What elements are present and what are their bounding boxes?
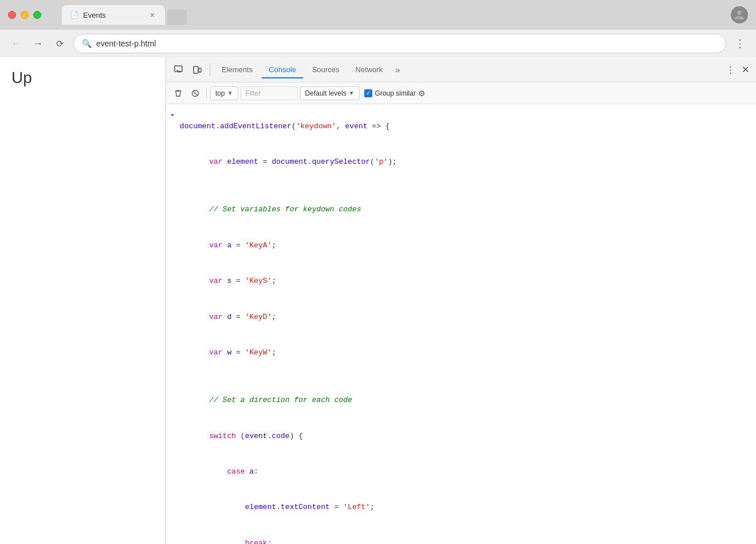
comment-line-1: // Set variables for keydown codes — [171, 192, 751, 228]
tab-favicon-icon: 📄 — [70, 11, 78, 19]
code-line-8-text: var w = 'KeyW'; — [171, 335, 751, 370]
group-similar-area: ✓ Group similar — [364, 89, 416, 97]
log-levels-label: Default levels — [305, 89, 346, 97]
device-toolbar-icon[interactable] — [189, 62, 205, 78]
devtools-options-button[interactable]: ⋮ — [724, 62, 737, 77]
code-break-1-text: break; — [171, 526, 751, 544]
devtools-toolbar: Elements Console Sources Network » ⋮ ✕ — [166, 57, 756, 82]
block-request-button[interactable] — [188, 86, 203, 101]
profile-icon[interactable] — [731, 6, 748, 23]
code-line-7: var d = 'KeyD'; — [166, 299, 756, 335]
console-output: ▸ document.addEventListener('keydown', e… — [166, 104, 756, 544]
console-expand-arrow[interactable]: ▸ — [171, 109, 175, 121]
inspector-icon[interactable] — [171, 62, 187, 78]
code-line-2-wrap: var element = document.querySelector('p'… — [166, 144, 756, 180]
viewport-text: Up — [11, 69, 32, 87]
log-levels-selector[interactable]: Default levels ▼ — [300, 86, 360, 100]
context-selector-arrow: ▼ — [227, 90, 233, 96]
code-break-1: break; — [166, 526, 756, 544]
console-settings-button[interactable]: ⚙ — [418, 89, 426, 98]
code-textcontent-left-text: element.textContent = 'Left'; — [171, 490, 751, 526]
clear-console-button[interactable] — [171, 86, 186, 101]
code-line-8: var w = 'KeyW'; — [166, 335, 756, 370]
svg-rect-1 — [194, 66, 198, 73]
code-line-comment-2: // Set a direction for each code — [166, 383, 756, 418]
code-case-a: case a: — [166, 454, 756, 490]
code-line-6: var s = 'KeyS'; — [166, 263, 756, 299]
blank-line-2 — [171, 371, 751, 383]
url-bar[interactable]: 🔍 event-test-p.html — [73, 34, 726, 53]
main-area: Up Elements Console Sources Network — [0, 57, 756, 544]
back-button[interactable]: ← — [8, 36, 24, 52]
refresh-button[interactable]: ⟳ — [52, 36, 68, 52]
code-line-7-text: var d = 'KeyD'; — [171, 299, 751, 335]
context-selector-value: top — [215, 89, 225, 97]
code-case-a-text: case a: — [171, 454, 751, 490]
code-line-switch: switch (event.code) { — [166, 419, 756, 454]
forward-button[interactable]: → — [30, 36, 46, 52]
console-filter-input[interactable]: Filter — [241, 86, 298, 100]
viewport: Up — [0, 57, 166, 544]
traffic-lights — [8, 11, 41, 19]
close-traffic-light[interactable] — [8, 11, 16, 19]
code-line-6-text: var s = 'KeyS'; — [171, 263, 751, 299]
url-text: event-test-p.html — [96, 39, 718, 48]
toolbar-separator — [210, 64, 210, 76]
tab-sources[interactable]: Sources — [305, 62, 346, 78]
minimize-traffic-light[interactable] — [21, 11, 29, 19]
address-bar: ← → ⟳ 🔍 event-test-p.html ⋮ — [0, 30, 756, 57]
comment-line-2: // Set a direction for each code — [171, 383, 751, 418]
tab-bar: 📄 Events × — [62, 5, 187, 25]
tab-elements[interactable]: Elements — [215, 62, 259, 78]
new-tab-button[interactable] — [167, 10, 187, 25]
code-line-5-text: var a = 'KeyA'; — [171, 228, 751, 263]
log-levels-arrow: ▼ — [349, 90, 355, 96]
filter-placeholder: Filter — [246, 89, 261, 97]
browser-tab[interactable]: 📄 Events × — [62, 5, 165, 25]
devtools-panel: Elements Console Sources Network » ⋮ ✕ — [166, 57, 756, 544]
tab-close-button[interactable]: × — [148, 10, 157, 19]
title-bar: 📄 Events × — [0, 0, 756, 30]
more-tabs-button[interactable]: » — [392, 62, 403, 77]
code-line-blank-2 — [166, 371, 756, 383]
code-switch-text: switch (event.code) { — [171, 419, 751, 454]
group-similar-checkbox[interactable]: ✓ — [364, 89, 372, 97]
code-line-1: document.addEventListener('keydown', eve… — [180, 109, 751, 144]
group-similar-label: Group similar — [375, 89, 416, 97]
code-line-2: var element = document.querySelector('p'… — [171, 144, 751, 180]
svg-rect-0 — [175, 66, 182, 72]
console-toolbar-separator — [206, 88, 207, 98]
code-line-blank-1 — [166, 180, 756, 192]
devtools-close-button[interactable]: ✕ — [739, 62, 751, 77]
console-toolbar: top ▼ Filter Default levels ▼ ✓ Group si… — [166, 82, 756, 104]
tab-network[interactable]: Network — [349, 62, 390, 78]
code-textcontent-left: element.textContent = 'Left'; — [166, 490, 756, 526]
browser-menu-button[interactable]: ⋮ — [732, 36, 748, 52]
svg-rect-2 — [199, 68, 201, 72]
maximize-traffic-light[interactable] — [33, 11, 41, 19]
blank-line-1 — [171, 180, 751, 192]
context-selector[interactable]: top ▼ — [210, 86, 238, 100]
tab-console[interactable]: Console — [262, 62, 303, 78]
code-line-comment-1: // Set variables for keydown codes — [166, 192, 756, 228]
tab-title: Events — [83, 11, 143, 19]
console-entry-1: ▸ document.addEventListener('keydown', e… — [166, 109, 756, 144]
svg-line-4 — [193, 91, 198, 96]
code-line-5: var a = 'KeyA'; — [166, 228, 756, 263]
search-icon: 🔍 — [82, 39, 92, 48]
